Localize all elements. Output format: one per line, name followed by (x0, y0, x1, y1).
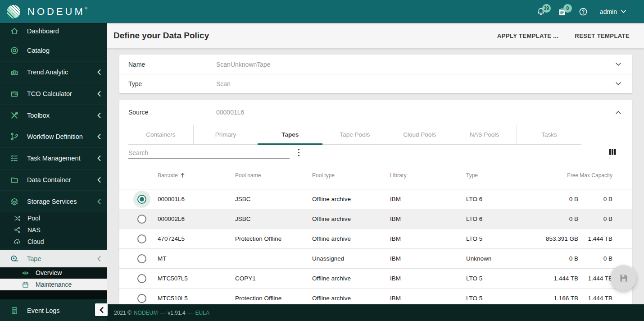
tab-tapes[interactable]: Tapes (258, 125, 322, 144)
column-header-library[interactable]: Library (390, 172, 466, 179)
cell-max-capacity: 1.444 TB (578, 235, 612, 242)
tasks-button[interactable]: 0 (558, 7, 567, 16)
tape-icon (10, 254, 19, 263)
column-header-free[interactable]: Free (545, 172, 578, 179)
column-header-barcode[interactable]: Barcode (158, 172, 235, 179)
sidebar-item-label: Toolbox (27, 112, 97, 119)
chevron-down-icon[interactable] (616, 63, 621, 66)
cell-max-capacity: 1.444 TB (578, 295, 612, 302)
sidebar-item-label: NAS (27, 226, 41, 234)
cell-library: IBM (390, 255, 466, 262)
user-menu[interactable]: admin (600, 8, 626, 15)
sidebar-item-maintenance[interactable]: Maintenance (0, 279, 107, 290)
row-radio-button[interactable] (137, 195, 146, 204)
row-radio-button[interactable] (137, 215, 146, 224)
cell-pool-type: Offline archive (312, 275, 390, 282)
table-row[interactable]: MTC510L5Protection OfflineOffline archiv… (119, 289, 632, 305)
table-row[interactable]: 000002L6JSBCOffline archiveIBMLTO 60 B0 … (119, 209, 632, 229)
row-radio-button[interactable] (137, 294, 146, 303)
help-button[interactable] (579, 7, 588, 16)
sidebar-divider (0, 290, 107, 299)
notifications-button[interactable]: 39 (536, 7, 545, 16)
notifications-badge: 39 (542, 4, 551, 13)
sidebar: DashboardCatalogTrend AnalyticTCO Calcul… (0, 23, 107, 321)
type-field-row[interactable]: Type Scan (119, 74, 632, 93)
row-radio-button[interactable] (137, 274, 146, 283)
column-header-pool-type[interactable]: Pool type (312, 172, 390, 179)
source-tabs: ContainersPrimaryTapesTape PoolsCloud Po… (128, 125, 581, 145)
cell-library: IBM (390, 196, 466, 202)
column-header-pool-name[interactable]: Pool name (235, 172, 312, 179)
chevron-down-icon[interactable] (616, 82, 621, 85)
name-label: Name (128, 61, 216, 68)
column-header-type[interactable]: Type (466, 172, 545, 179)
sidebar-item-trend-analytic[interactable]: Trend Analytic (0, 62, 107, 83)
column-header-max-capacity[interactable]: Max Capacity (578, 171, 612, 179)
table-row[interactable]: 470724L5Protection OfflineOffline archiv… (119, 229, 632, 249)
chevron-up-icon[interactable] (616, 111, 621, 114)
nodeum-logo[interactable]: NODEUM ® (0, 5, 87, 18)
tab-cloud-pools[interactable]: Cloud Pools (387, 125, 452, 144)
table-row[interactable]: MTUnassignedIBMUnknown0 B0 B (119, 249, 632, 269)
sidebar-item-event-logs[interactable]: Event Logs (0, 299, 107, 321)
eula-link[interactable]: EULA (195, 310, 209, 316)
sidebar-item-catalog[interactable]: Catalog (0, 40, 107, 62)
source-field-row[interactable]: Source 000001L6 (119, 100, 632, 125)
tab-tape-pools[interactable]: Tape Pools (322, 125, 387, 144)
page-titlebar: Define your Data Policy APPLY TEMPLATE .… (107, 23, 644, 48)
tasks-badge: 0 (563, 4, 572, 13)
footer-brand-link[interactable]: NODEUM (134, 310, 158, 316)
column-settings-button[interactable] (609, 148, 618, 156)
chevron-left-icon (97, 113, 101, 118)
tab-nas-pools[interactable]: NAS Pools (452, 125, 517, 144)
sidebar-item-label: Dashboard (27, 28, 101, 35)
app-header: NODEUM ® 39 0 admin (0, 0, 644, 23)
sidebar-item-storage-services[interactable]: Storage Services (0, 191, 107, 212)
source-label: Source (128, 109, 216, 116)
table-row[interactable]: 000001L6JSBCOffline archiveIBMLTO 60 B0 … (119, 189, 632, 209)
row-radio-button[interactable] (137, 234, 146, 243)
eye-icon (22, 269, 29, 277)
cell-library: IBM (390, 216, 466, 222)
sidebar-item-workflow-definition[interactable]: Workflow Definition (0, 126, 107, 148)
reset-template-button[interactable]: RESET TEMPLATE (575, 32, 630, 39)
sidebar-item-tco-calculator[interactable]: TCO Calculator (0, 83, 107, 105)
cell-pool-type: Offline archive (312, 235, 390, 242)
copyright-text: 2021 © (114, 310, 132, 316)
save-button[interactable] (611, 265, 636, 291)
version-text: v1.91.4 (168, 310, 185, 316)
search-input[interactable] (128, 147, 290, 159)
sidebar-item-tape[interactable]: Tape (0, 250, 107, 267)
sidebar-item-data-container[interactable]: Data Container (0, 170, 107, 191)
home-icon (10, 27, 19, 36)
sidebar-item-task-management[interactable]: Task Management (0, 148, 107, 170)
row-radio-button[interactable] (137, 254, 146, 263)
name-field-row[interactable]: Name ScanUnknownTape (119, 55, 632, 74)
search-menu-button[interactable] (293, 147, 304, 158)
wallet-icon (10, 89, 19, 98)
tab-containers[interactable]: Containers (128, 125, 193, 144)
apply-template-button[interactable]: APPLY TEMPLATE ... (497, 32, 558, 39)
sidebar-item-pool[interactable]: Pool (0, 212, 107, 224)
tab-tasks[interactable]: Tasks (517, 125, 581, 144)
sidebar-item-toolbox[interactable]: Toolbox (0, 105, 107, 126)
chevron-left-icon (97, 177, 101, 183)
sidebar-item-cloud[interactable]: Cloud (0, 236, 107, 248)
cell-barcode: MT (158, 255, 235, 262)
nodeum-logo-icon (7, 5, 20, 18)
cell-type: LTO 5 (466, 235, 545, 242)
table-body: 000001L6JSBCOffline archiveIBMLTO 60 B0 … (119, 189, 632, 305)
footer-dash: — (160, 310, 165, 316)
sidebar-item-nas[interactable]: NAS (0, 224, 107, 236)
name-value: ScanUnknownTape (216, 61, 271, 68)
sidebar-item-label: Tape (27, 255, 97, 262)
tab-primary[interactable]: Primary (193, 125, 258, 144)
cell-free: 853.391 GB (545, 235, 578, 242)
cell-library: IBM (390, 295, 466, 302)
sidebar-item-label: Workflow Definition (27, 133, 97, 140)
table-row[interactable]: MTC507L5COPY1Offline archiveIBMLTO 51.44… (119, 269, 632, 289)
cell-pool-name: Protection Offline (235, 235, 312, 242)
sidebar-item-overview[interactable]: Overview (0, 267, 107, 279)
sidebar-item-dashboard[interactable]: Dashboard (0, 23, 107, 40)
sidebar-collapse-button[interactable] (95, 303, 108, 316)
